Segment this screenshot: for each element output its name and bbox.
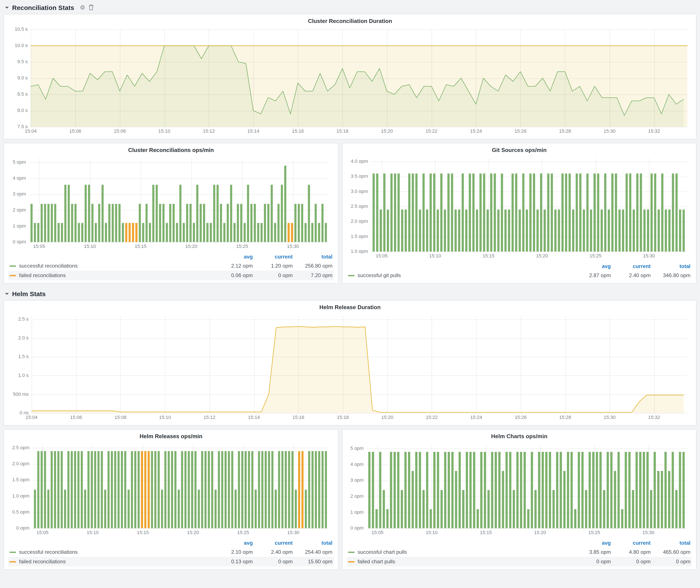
series-swatch-orange (10, 275, 16, 276)
legend-cluster-reconciliations: avg current total successful reconciliat… (8, 251, 334, 280)
panel-helm-releases-opm: Helm Releases ops/min avg current total … (3, 429, 339, 570)
legend-avg-value: 0.13 opm (213, 559, 253, 565)
panel-cluster-reconciliation-duration: Cluster Reconciliation Duration (3, 14, 697, 139)
legend-row-failed-reconciliations: failed reconciliations 0.13 opm 0 opm 15… (8, 557, 334, 566)
legend-series-name[interactable]: failed reconciliations (19, 559, 66, 565)
legend-header-row: avg current total (347, 262, 692, 271)
legend-col-current[interactable]: current (611, 540, 651, 546)
legend-avg-value: 2.87 opm (571, 272, 611, 278)
legend-git-sources: avg current total successful git pulls 2… (347, 261, 692, 280)
legend-total-value: 465.60 opm (651, 549, 690, 555)
legend-header-row: avg current total (347, 539, 692, 547)
legend-col-avg[interactable]: avg (213, 540, 253, 546)
legend-col-current[interactable]: current (611, 263, 651, 269)
legend-total-value: 7.20 opm (293, 272, 332, 278)
panel-title-helm-releases-opm[interactable]: Helm Releases ops/min (8, 432, 334, 441)
legend-series-name[interactable]: failed reconciliations (19, 272, 66, 278)
legend-helm-releases: avg current total successful reconciliat… (8, 537, 334, 566)
git-sources-opm-chart[interactable] (347, 155, 692, 261)
legend-helm-charts: avg current total successful chart pulls… (347, 537, 692, 566)
panel-helm-release-duration: Helm Release Duration (3, 300, 697, 426)
legend-total-value: 0 opm (651, 559, 690, 565)
legend-col-current[interactable]: current (253, 540, 293, 546)
chevron-down-icon (5, 5, 9, 10)
legend-col-avg[interactable]: avg (571, 540, 611, 546)
helm-release-duration-chart[interactable] (8, 312, 692, 422)
legend-current-value: 2.40 opm (611, 272, 651, 278)
series-swatch-green (348, 551, 355, 553)
legend-current-value: 2.40 opm (253, 549, 293, 555)
grafana-dashboard: Reconciliation Stats ⚙ Cluster Reconcili… (0, 0, 700, 588)
trash-icon[interactable] (88, 4, 94, 10)
legend-series-name[interactable]: failed chart pulls (358, 559, 395, 565)
panel-title-cluster-reconciliations-opm[interactable]: Cluster Reconciliations ops/min (8, 145, 334, 155)
legend-header-row: avg current total (8, 252, 334, 261)
legend-current-value: 0 opm (611, 559, 651, 565)
legend-col-total[interactable]: total (651, 263, 690, 269)
gear-icon[interactable]: ⚙ (80, 4, 85, 10)
legend-header-row: avg current total (8, 539, 334, 547)
legend-row-successful-reconciliations: successful reconciliations 2.10 opm 2.40… (8, 547, 334, 557)
legend-current-value: 0 opm (253, 272, 293, 278)
panel-title-cluster-reconciliation-duration[interactable]: Cluster Reconciliation Duration (8, 16, 692, 26)
section-title: Helm Stats (12, 290, 46, 297)
legend-avg-value: 0 opm (571, 559, 611, 565)
panel-row-helm: Helm Releases ops/min avg current total … (3, 429, 697, 570)
legend-avg-value: 2.12 opm (213, 263, 253, 269)
helm-charts-opm-chart[interactable] (347, 441, 692, 537)
legend-col-total[interactable]: total (293, 254, 332, 260)
legend-row-successful-git-pulls: successful git pulls 2.87 opm 2.40 opm 3… (347, 271, 692, 280)
legend-series-name[interactable]: successful reconciliations (19, 549, 78, 555)
legend-series-name[interactable]: successful chart pulls (358, 549, 407, 555)
section-title: Reconciliation Stats (12, 4, 74, 11)
legend-total-value: 254.40 opm (293, 549, 332, 555)
chevron-down-icon (5, 291, 9, 296)
legend-col-total[interactable]: total (651, 540, 690, 546)
section-header-helm-stats[interactable]: Helm Stats (3, 287, 697, 300)
series-swatch-green (348, 275, 355, 276)
legend-col-avg[interactable]: avg (213, 254, 253, 260)
series-swatch-green (10, 551, 16, 553)
legend-total-value: 15.60 opm (293, 559, 332, 565)
legend-row-successful-reconciliations: successful reconciliations 2.12 opm 1.20… (8, 261, 334, 271)
legend-current-value: 0 opm (253, 559, 293, 565)
panel-title-git-sources-opm[interactable]: Git Sources ops/min (347, 145, 692, 155)
section-header-reconciliation-stats[interactable]: Reconciliation Stats ⚙ (3, 1, 697, 14)
legend-col-current[interactable]: current (253, 254, 293, 260)
legend-row-failed-reconciliations: failed reconciliations 0.06 opm 0 opm 7.… (8, 271, 334, 280)
panel-title-helm-release-duration[interactable]: Helm Release Duration (8, 303, 692, 312)
series-swatch-orange (10, 561, 16, 562)
panel-row-reconciliation: Cluster Reconciliations ops/min avg curr… (3, 143, 697, 284)
legend-total-value: 256.80 opm (293, 263, 332, 269)
panel-cluster-reconciliations-opm: Cluster Reconciliations ops/min avg curr… (3, 143, 339, 284)
panel-helm-charts-opm: Helm Charts ops/min avg current total su… (342, 429, 697, 570)
legend-series-name[interactable]: successful reconciliations (19, 263, 78, 269)
series-swatch-orange (348, 561, 355, 562)
panel-title-helm-charts-opm[interactable]: Helm Charts ops/min (347, 432, 692, 441)
helm-releases-opm-chart[interactable] (8, 441, 334, 537)
legend-avg-value: 3.85 opm (571, 549, 611, 555)
legend-series-name[interactable]: successful git pulls (358, 272, 401, 278)
cluster-reconciliation-duration-chart[interactable] (8, 26, 692, 136)
legend-row-failed-chart-pulls: failed chart pulls 0 opm 0 opm 0 opm (347, 557, 692, 566)
legend-col-avg[interactable]: avg (571, 263, 611, 269)
legend-avg-value: 2.10 opm (213, 549, 253, 555)
series-swatch-green (10, 265, 16, 267)
legend-current-value: 4.80 opm (611, 549, 651, 555)
legend-avg-value: 0.06 opm (213, 272, 253, 278)
panel-git-sources-opm: Git Sources ops/min avg current total su… (342, 143, 697, 284)
cluster-reconciliations-opm-chart[interactable] (8, 155, 334, 251)
legend-row-successful-chart-pulls: successful chart pulls 3.85 opm 4.80 opm… (347, 547, 692, 557)
legend-current-value: 1.20 opm (253, 263, 293, 269)
legend-col-total[interactable]: total (293, 540, 332, 546)
legend-total-value: 346.80 opm (651, 272, 690, 278)
